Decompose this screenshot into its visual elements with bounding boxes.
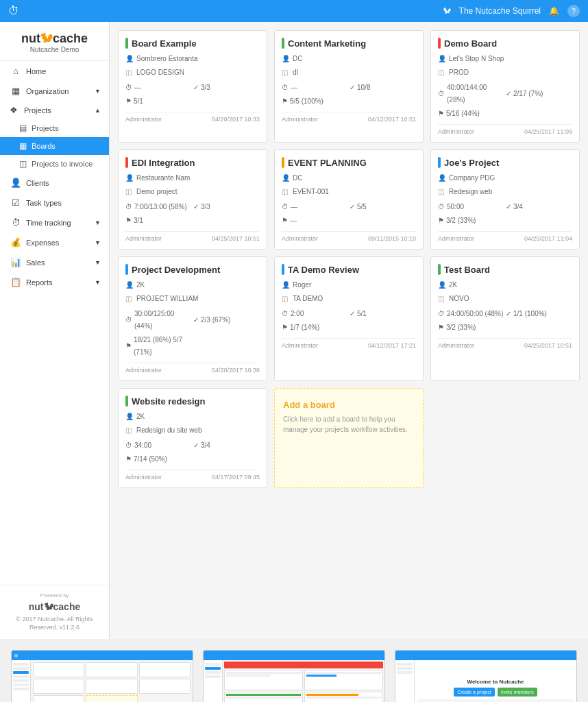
board-card-event-planning[interactable]: EVENT PLANNING 👤DC ◫EVENT-001 ⏱— ✓5/5 ⚑—… — [274, 149, 424, 250]
board-title: Website redesign — [125, 396, 260, 407]
board-meta: 👤2K ◫Redesign du site web ⏱34:00 ✓3/4 ⚑7… — [125, 411, 260, 465]
sidebar-label-projects: Projects — [32, 124, 59, 132]
board-card-edi[interactable]: EDI Integration 👤Restaurante Nam ◫Demo p… — [118, 149, 267, 250]
board-title: EDI Integration — [125, 157, 260, 168]
sidebar-nav: ⌂ Home ▦ Organization ▼ ❖ Projects ▲ ▤ P… — [0, 61, 109, 585]
board-card-website[interactable]: Website redesign 👤2K ◫Redesign du site w… — [118, 388, 267, 488]
board-title: Project Development — [125, 264, 260, 275]
sidebar-label-home: Home — [26, 67, 46, 75]
board-title: Board Example — [125, 38, 260, 49]
organization-icon: ▦ — [10, 86, 21, 96]
sidebar-label-organization: Organization — [26, 87, 69, 95]
invoice-nav-icon: ◫ — [19, 159, 27, 169]
color-indicator — [125, 38, 128, 49]
board-card-project-dev[interactable]: Project Development 👤2K ◫PROJECT WILLIAM… — [118, 256, 267, 381]
sidebar-item-home[interactable]: ⌂ Home — [0, 61, 109, 81]
sidebar-logo: nut🐿cache Nutcache Demo — [0, 22, 109, 61]
board-card-board-example[interactable]: Board Example 👤Sombrero Estoranta ◫LOGO … — [118, 30, 267, 143]
start-project-thumbnail: Welcome to Nutcache Create a project Inv… — [395, 650, 577, 702]
sidebar-group-projects[interactable]: ❖ Projects ▲ — [0, 101, 109, 119]
main-layout: nut🐿cache Nutcache Demo ⌂ Home ▦ Organiz… — [0, 22, 588, 639]
sidebar-label-boards: Boards — [32, 142, 56, 150]
squirrel-icon: 🐿 — [443, 6, 451, 16]
boards-grid: Board Example 👤Sombrero Estoranta ◫LOGO … — [118, 30, 580, 488]
board-meta: 👤Sombrero Estoranta ◫LOGO DESIGN ⏱— ✓3/3… — [125, 53, 260, 108]
board-card-demo-board[interactable]: Demo Board 👤Let's Stop N Shop ◫PROD ⏱40:… — [430, 30, 580, 143]
sidebar-item-projects[interactable]: ▤ Projects — [0, 119, 109, 137]
board-title: EVENT PLANNING — [282, 157, 416, 168]
sidebar-item-projects-invoice[interactable]: ◫ Projects to invoice — [0, 155, 109, 173]
sidebar-item-boards[interactable]: ▦ Boards — [0, 137, 109, 155]
boards-section: Board Example 👤Sombrero Estoranta ◫LOGO … — [110, 22, 588, 496]
board-footer: Administrator 04/20/2017 10:33 — [125, 112, 260, 123]
time-tracking-icon: ⏱ — [10, 217, 21, 228]
expenses-icon: 💰 — [10, 237, 21, 247]
screenshots-row-1: Boards — [11, 650, 577, 702]
header-left: ⏱ — [8, 5, 19, 17]
add-board-card[interactable]: Add a board Click here to add a board to… — [274, 388, 424, 488]
sidebar-item-expenses[interactable]: 💰 Expenses ▼ — [0, 232, 109, 252]
boards-icon: ▦ — [19, 141, 27, 151]
chevron-expenses-icon: ▼ — [95, 239, 101, 246]
color-indicator — [125, 157, 128, 168]
board-title: Demo Board — [438, 38, 572, 49]
board-footer: Administrator 04/25/2017 11:09 — [438, 124, 572, 135]
board-card-test-board[interactable]: Test Board 👤2K ◫NOVO ⏱24:00/50:00 (48%) … — [430, 256, 580, 381]
board-title: Content Marketing — [282, 38, 416, 49]
chevron-reports-icon: ▼ — [95, 279, 101, 286]
screenshots-section: Boards — [0, 639, 588, 702]
board-footer: Administrator 04/25/2017 10:51 — [125, 231, 260, 242]
color-indicator — [125, 264, 128, 275]
color-indicator — [125, 396, 128, 407]
board-title: Joe's Project — [438, 157, 572, 168]
example-project-thumbnail — [203, 650, 385, 702]
board-meta: 👤Company PDG ◫Redesign web ⏱50:00 ✓3/4 ⚑… — [438, 172, 572, 227]
sidebar-item-clients[interactable]: 👤 Clients — [0, 173, 109, 193]
board-meta: 👤Roger ◫TA DEMO ⏱2:00 ✓5/1 ⚑1/7 (14%) — [282, 279, 416, 334]
screenshot-example-project[interactable]: Example project — [203, 650, 385, 702]
board-footer: Administrator 09/11/2015 10:10 — [282, 231, 416, 242]
board-footer: Administrator 04/25/2017 11:04 — [438, 231, 572, 242]
color-indicator — [282, 38, 284, 49]
board-card-joes-project[interactable]: Joe's Project 👤Company PDG ◫Redesign web… — [430, 149, 580, 250]
sidebar-label-reports: Reports — [26, 278, 53, 287]
board-card-ta-demo[interactable]: TA Demo Review 👤Roger ◫TA DEMO ⏱2:00 ✓5/… — [274, 256, 424, 381]
sidebar-label-sales: Sales — [26, 258, 45, 267]
board-card-content-marketing[interactable]: Content Marketing 👤DC ◫dl ⏱— ✓10/8 ⚑5/5 … — [274, 30, 424, 143]
board-meta: 👤2K ◫PROJECT WILLIAM ⏱30:00/125:00 (44%)… — [125, 279, 260, 359]
color-indicator — [438, 38, 441, 49]
board-meta: 👤DC ◫EVENT-001 ⏱— ✓5/5 ⚑— — [282, 172, 416, 227]
clock-icon: ⏱ — [8, 5, 19, 17]
projects-icon: ▤ — [19, 123, 27, 133]
add-board-text: Click here to add a board to help you ma… — [283, 414, 415, 435]
chevron-up-icon: ▲ — [95, 107, 101, 114]
help-icon[interactable]: ? — [567, 5, 580, 17]
sidebar-item-reports[interactable]: 📋 Reports ▼ — [0, 272, 109, 292]
board-footer: Administrator 04/20/2017 10:36 — [125, 363, 260, 374]
content-area: Board Example 👤Sombrero Estoranta ◫LOGO … — [110, 22, 588, 639]
boards-thumbnail — [11, 650, 193, 702]
sidebar-footer: Powered by nut🐿cache © 2017 Nutcache. Al… — [0, 585, 109, 639]
screenshot-boards[interactable]: Boards — [11, 650, 193, 702]
board-footer: Administrator 04/25/2017 10:51 — [438, 338, 572, 349]
board-title: Test Board — [438, 264, 572, 275]
sidebar-item-organization[interactable]: ▦ Organization ▼ — [0, 81, 109, 101]
chevron-sales-icon: ▼ — [95, 259, 101, 266]
sidebar-item-sales[interactable]: 📊 Sales ▼ — [0, 252, 109, 272]
sidebar-item-time-tracking[interactable]: ⏱ Time tracking ▼ — [0, 213, 109, 232]
screenshot-start-project[interactable]: Welcome to Nutcache Create a project Inv… — [395, 650, 577, 702]
board-meta: 👤Restaurante Nam ◫Demo project ⏱7:00/13:… — [125, 172, 260, 227]
board-meta: 👤Let's Stop N Shop ◫PROD ⏱40:00/144:00 (… — [438, 53, 572, 120]
sidebar-label-clients: Clients — [26, 179, 49, 187]
sales-icon: 📊 — [10, 257, 21, 267]
notification-icon[interactable]: 🔔 — [549, 6, 559, 16]
sidebar-item-task-types[interactable]: ☑ Task types — [0, 193, 109, 213]
board-title: TA Demo Review — [282, 264, 416, 275]
color-indicator — [438, 157, 441, 168]
header-right: 🐿 The Nutcache Squirrel 🔔 ? — [443, 5, 580, 17]
home-icon: ⌂ — [10, 66, 21, 76]
sidebar-label-time-tracking: Time tracking — [26, 219, 71, 227]
powered-by-label: Powered by — [40, 592, 69, 598]
color-indicator — [282, 157, 284, 168]
projects-group-icon: ❖ — [8, 105, 19, 115]
